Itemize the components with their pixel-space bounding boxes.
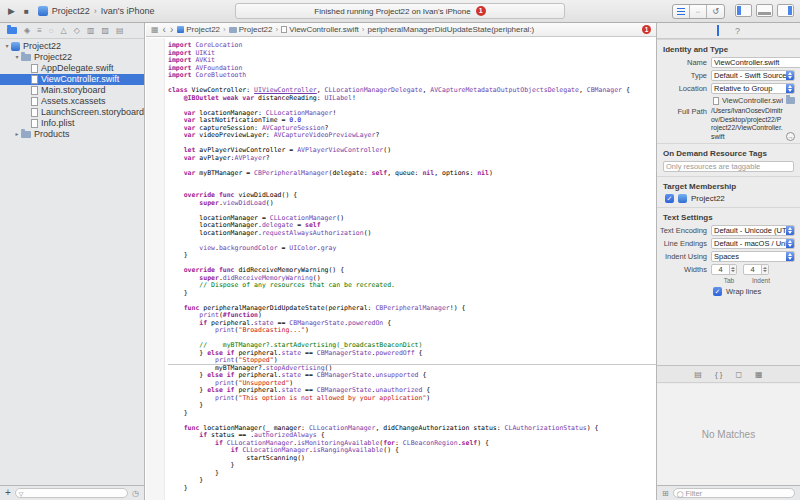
inspector-tab-bar: ? <box>657 23 800 39</box>
project-icon <box>11 42 20 51</box>
file-name: LaunchScreen.storyboard <box>41 107 144 118</box>
toggle-debug-area-button[interactable] <box>756 4 773 17</box>
tree-item[interactable]: Info.plist <box>0 118 144 129</box>
target-checkbox[interactable]: ✓ <box>665 194 674 203</box>
crumb-label: Project22 <box>186 25 220 34</box>
object-library-icon[interactable]: ◻ <box>735 370 742 379</box>
symbol-navigator-icon[interactable]: ≡ <box>37 26 42 35</box>
code-line: // Dispose of any resources that can be … <box>168 282 656 290</box>
tree-item[interactable]: Assets.xcassets <box>0 96 144 107</box>
file-icon <box>281 26 287 33</box>
stepper-arrows-icon <box>729 265 736 274</box>
file-name: Products <box>34 129 70 140</box>
jump-bar-item[interactable]: peripheralManagerDidUpdateState(peripher… <box>368 25 535 34</box>
odr-tags-field[interactable] <box>663 161 794 172</box>
panel-toggle-group <box>735 4 794 19</box>
code-area[interactable]: import CoreLocationimport UIKitimport AV… <box>165 38 656 500</box>
tree-item[interactable]: ViewController.swift <box>0 74 144 85</box>
folder-icon <box>229 27 237 33</box>
code-line: locationManager.requestAlwaysAuthorizati… <box>168 230 656 238</box>
disclosure-triangle-icon[interactable]: ▾ <box>3 41 11 52</box>
tree-item[interactable]: ▾Project22 <box>0 41 144 52</box>
tree-item[interactable]: ▸Products <box>0 129 144 140</box>
navigator-filter-field[interactable]: ▽ <box>15 488 128 498</box>
activity-status[interactable]: Finished running Project22 on Ivan's iPh… <box>235 3 565 19</box>
location-dropdown[interactable]: Relative to Group <box>711 83 795 94</box>
test-navigator-icon[interactable]: ◇ <box>74 26 80 35</box>
name-field[interactable] <box>711 57 800 68</box>
issue-navigator-icon[interactable]: △ <box>61 26 67 35</box>
reveal-folder-icon[interactable] <box>786 97 795 104</box>
file-inspector-tab[interactable] <box>717 26 719 35</box>
related-items-icon[interactable]: ▦ <box>151 25 159 34</box>
code-line: var avPlayer:AVPlayer? <box>168 155 656 163</box>
disclosure-triangle-icon[interactable]: ▾ <box>13 52 21 63</box>
text-encoding-label: Text Encoding <box>657 226 707 235</box>
text-settings-section: Text Settings Text Encoding Default - Un… <box>657 207 800 296</box>
indent-width-stepper[interactable]: 4 <box>743 264 769 275</box>
forward-button[interactable]: › <box>170 25 173 35</box>
library-filter-input[interactable] <box>685 489 791 498</box>
source-editor: ▦ ‹ › Project22›Project22›ViewController… <box>146 23 656 500</box>
tab-caption: Tab <box>713 277 745 284</box>
tree-item[interactable]: Main.storyboard <box>0 85 144 96</box>
media-library-icon[interactable]: ▦ <box>755 370 763 379</box>
run-button[interactable]: ▶ <box>8 6 15 16</box>
navigator-filter-input[interactable] <box>25 489 124 498</box>
debug-navigator-icon[interactable]: ▥ <box>87 26 95 35</box>
report-navigator-icon[interactable]: ▤ <box>116 26 124 35</box>
jump-bar-error-badge[interactable]: 1 <box>642 25 651 34</box>
code-line: startScanning() <box>168 455 656 463</box>
app-scheme-icon <box>38 6 48 16</box>
open-in-finder-icon[interactable]: → <box>786 132 795 141</box>
stop-button[interactable]: ■ <box>24 7 29 16</box>
tree-item[interactable]: LaunchScreen.storyboard <box>0 107 144 118</box>
file-name: Project22 <box>34 52 72 63</box>
type-dropdown[interactable]: Default - Swift Source <box>711 70 795 81</box>
standard-editor-button[interactable] <box>673 5 690 18</box>
code-line: var myBTManager = CBPeripheralManager(de… <box>168 170 656 178</box>
toggle-inspector-button[interactable] <box>777 4 794 17</box>
breakpoint-gutter[interactable] <box>146 38 165 500</box>
scheme-name: Project22 <box>52 6 90 16</box>
back-button[interactable]: ‹ <box>163 25 166 35</box>
jump-bar-item[interactable]: Project22 <box>229 25 273 34</box>
line-endings-dropdown[interactable]: Default - macOS / Unix (LF) <box>711 238 795 249</box>
recent-files-icon[interactable]: ◷ <box>132 489 139 498</box>
navigator-filter-bar: + ▽ ◷ <box>0 485 145 500</box>
library-filter-field[interactable]: ◯ <box>673 488 795 498</box>
disclosure-triangle-icon[interactable]: ▸ <box>13 129 21 140</box>
version-editor-button[interactable]: ↺ <box>707 5 724 18</box>
toggle-navigator-button[interactable] <box>735 4 752 17</box>
crumb-label: Project22 <box>239 25 273 34</box>
find-navigator-icon[interactable]: ◌ <box>49 26 54 35</box>
tree-item[interactable]: ▾Project22 <box>0 52 144 63</box>
project-navigator-icon[interactable] <box>7 27 17 34</box>
code-line: } <box>168 290 656 298</box>
crumb-label: peripheralManagerDidUpdateState(peripher… <box>368 25 535 34</box>
tab-width-stepper[interactable]: 4 <box>711 264 737 275</box>
library-grid-icon[interactable]: ⊞ <box>662 489 669 498</box>
breakpoint-navigator-icon[interactable]: ▨ <box>101 26 109 35</box>
add-file-button[interactable]: + <box>5 488 11 498</box>
tree-item[interactable]: AppDelegate.swift <box>0 63 144 74</box>
chevron-right-icon: › <box>94 6 97 16</box>
quick-help-inspector-tab[interactable]: ? <box>735 26 740 36</box>
standard-editor-icon <box>677 8 685 15</box>
file-name: ViewController.swift <box>41 74 119 85</box>
text-settings-title: Text Settings <box>663 213 796 222</box>
file-icon <box>31 97 38 106</box>
error-count-badge[interactable]: 1 <box>476 6 486 16</box>
file-template-library-icon[interactable]: ▤ <box>694 370 702 379</box>
dropdown-arrows-icon <box>786 71 794 80</box>
scheme-selector[interactable]: Project22 › Ivan's iPhone <box>38 6 155 16</box>
text-encoding-dropdown[interactable]: Default - Unicode (UTF-8) <box>711 225 795 236</box>
wrap-lines-checkbox[interactable]: ✓ <box>713 287 722 296</box>
source-control-navigator-icon[interactable]: ◈ <box>24 26 30 35</box>
code-snippet-library-icon[interactable]: { } <box>715 370 723 379</box>
jump-bar-item[interactable]: Project22 <box>177 25 220 34</box>
jump-bar-item[interactable]: ViewController.swift <box>281 25 359 34</box>
assistant-editor-button[interactable]: ◦◦ <box>690 5 707 18</box>
indent-using-dropdown[interactable]: Spaces <box>711 251 795 262</box>
identity-section: Identity and Type Name Type Default - Sw… <box>657 39 800 141</box>
